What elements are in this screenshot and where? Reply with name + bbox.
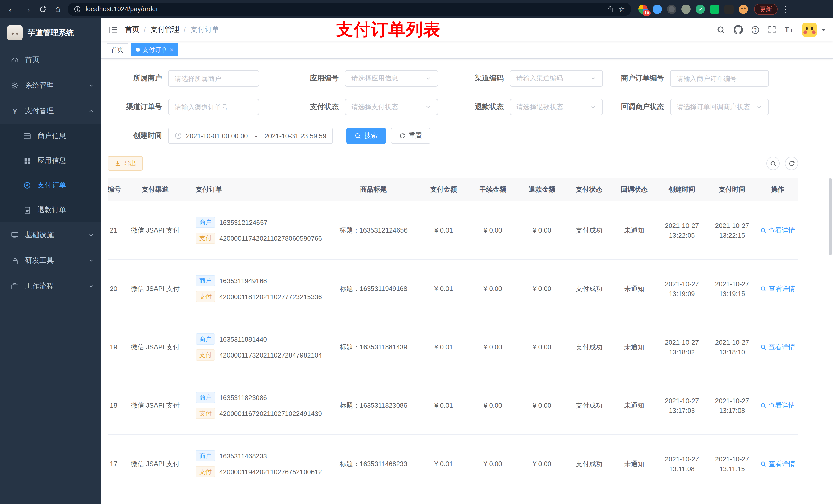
back-icon[interactable]: ←: [4, 2, 20, 16]
chevron-down-icon: [88, 283, 94, 289]
close-icon[interactable]: ×: [170, 46, 173, 53]
fullscreen-icon[interactable]: [768, 26, 776, 34]
sidebar-item-payment[interactable]: ¥ 支付管理: [0, 98, 101, 124]
channel-code-select[interactable]: 请输入渠道编码: [510, 70, 603, 87]
extension-icon[interactable]: [681, 5, 691, 14]
cell-pay-order: 商户1635311949168 支付4200001181202110277723…: [189, 259, 328, 318]
callback-status-select[interactable]: 请选择订单回调商户状态: [670, 99, 769, 115]
active-dot-icon: [136, 48, 140, 52]
cell-id: 19: [108, 318, 122, 376]
filter-label: 所属商户: [108, 74, 168, 83]
dashboard-icon: [10, 56, 20, 64]
table-row: 17 微信 JSAPI 支付 商户1635311468233 支付4200001…: [108, 435, 798, 493]
view-detail-link[interactable]: 查看详情: [760, 284, 795, 293]
app-select[interactable]: 请选择应用信息: [345, 70, 438, 87]
tab-pay-order[interactable]: 支付订单 ×: [131, 43, 178, 56]
breadcrumb-home[interactable]: 首页: [125, 25, 139, 34]
create-time-range-picker[interactable]: 2021-10-01 00:00:00 - 2021-10-31 23:59:5…: [168, 127, 333, 144]
font-size-icon[interactable]: TT: [784, 26, 794, 34]
view-detail-link[interactable]: 查看详情: [760, 225, 795, 235]
sidebar-item-label: 工作流程: [25, 282, 82, 291]
payment-submenu: 商户信息 应用信息 支付订单: [0, 124, 101, 222]
home-icon[interactable]: ⌂: [50, 2, 66, 16]
cell-channel: [122, 493, 189, 504]
forward-icon[interactable]: →: [20, 2, 35, 16]
table-header-row: 编号 支付渠道 支付订单 商品标题 支付金额 手续金额 退款金额 支付状态 回调…: [108, 178, 798, 201]
date-end: 2021-10-31 23:59:59: [265, 132, 326, 140]
browser-menu-icon[interactable]: ⋮: [782, 5, 789, 14]
pay-status-select[interactable]: 请选择支付状态: [345, 99, 438, 115]
view-detail-link[interactable]: 查看详情: [760, 459, 795, 469]
github-icon[interactable]: [734, 25, 743, 34]
cell-actions: 查看详情: [757, 435, 798, 493]
extension-icon[interactable]: [696, 5, 705, 14]
cell-refund: ¥ 0.00: [518, 201, 567, 259]
cell-pay-time: 2021-10-2713:19:15: [707, 259, 757, 318]
caret-down-icon[interactable]: [822, 28, 826, 31]
chevron-down-icon: [88, 258, 94, 264]
view-detail-link[interactable]: 查看详情: [760, 401, 795, 410]
tab-label: 首页: [111, 45, 123, 54]
sidebar-item-app-info[interactable]: 应用信息: [0, 148, 101, 173]
export-button[interactable]: 导出: [108, 156, 143, 171]
extensions-puzzle-icon[interactable]: [724, 5, 734, 14]
app-title: 芋道管理系统: [28, 28, 74, 38]
cell-fee: ¥ 0.00: [468, 259, 518, 318]
cell-notify: 未通知: [612, 376, 657, 435]
tab-home[interactable]: 首页: [106, 43, 128, 56]
refund-status-select[interactable]: 请选择退款状态: [510, 99, 603, 115]
sidebar-item-workflow[interactable]: 工作流程: [0, 273, 101, 299]
cell-actions: 查看详情: [757, 201, 798, 259]
sidebar-item-home[interactable]: 首页: [0, 47, 101, 73]
filter-label: 渠道编码: [438, 74, 510, 83]
breadcrumb-payment[interactable]: 支付管理: [139, 25, 179, 34]
toggle-search-icon[interactable]: [766, 157, 780, 170]
sidebar-item-infra[interactable]: 基础设施: [0, 222, 101, 248]
extension-icon[interactable]: [653, 5, 662, 14]
search-button[interactable]: 搜索: [346, 127, 386, 144]
merchant-tag: 商户: [196, 450, 215, 461]
share-icon[interactable]: [607, 6, 614, 13]
browser-update-button[interactable]: 更新: [754, 4, 778, 15]
sidebar-item-label: 退款订单: [38, 206, 94, 215]
question-icon[interactable]: ?: [751, 25, 760, 34]
lock-icon: [10, 257, 20, 265]
pay-tag: 支付: [196, 466, 215, 477]
table-row: 21 微信 JSAPI 支付 商户1635312124657 支付4200001…: [108, 201, 798, 259]
sidebar-item-system[interactable]: 系统管理: [0, 73, 101, 98]
refresh-icon[interactable]: [785, 157, 798, 170]
extension-icon[interactable]: 10: [638, 5, 647, 14]
reset-button[interactable]: 重置: [391, 127, 430, 144]
scrollbar-thumb[interactable]: [829, 178, 832, 255]
sidebar-item-pay-order[interactable]: 支付订单: [0, 173, 101, 198]
filter-label: 创建时间: [108, 131, 168, 140]
search-icon[interactable]: [717, 25, 725, 34]
address-bar[interactable]: localhost:1024/pay/order ☆: [68, 3, 631, 16]
cell-create-time: 2021-10-2713:18:02: [657, 318, 707, 376]
chevron-up-icon: [88, 108, 94, 114]
logo-image: [7, 25, 23, 41]
bookmark-star-icon[interactable]: ☆: [619, 5, 625, 13]
merchant-order-no-input[interactable]: [670, 70, 769, 87]
channel-order-no-input[interactable]: [168, 99, 259, 115]
extension-badge: 10: [643, 10, 651, 16]
extension-icon[interactable]: [667, 5, 676, 14]
merchant-input[interactable]: [168, 70, 259, 87]
extension-icon[interactable]: [710, 5, 719, 14]
cell-id: 21: [108, 201, 122, 259]
view-detail-link[interactable]: 查看详情: [760, 342, 795, 352]
sidebar-item-merchant-info[interactable]: 商户信息: [0, 124, 101, 148]
col-actions: 操作: [757, 178, 798, 201]
col-channel: 支付渠道: [122, 178, 189, 201]
user-avatar[interactable]: [802, 23, 817, 37]
cell-create-time: 2021-10-2713:11:08: [657, 435, 707, 493]
sidebar-item-dev-tools[interactable]: 研发工具: [0, 248, 101, 273]
cell-refund: ¥ 0.00: [518, 259, 567, 318]
site-info-icon[interactable]: [74, 6, 81, 13]
url-text[interactable]: localhost:1024/pay/order: [86, 6, 602, 13]
reload-icon[interactable]: [35, 2, 50, 16]
sidebar-item-label: 首页: [25, 55, 94, 65]
sidebar-toggle-icon[interactable]: [101, 25, 125, 34]
profile-avatar-icon[interactable]: [739, 5, 748, 14]
sidebar-item-refund-order[interactable]: 退款订单: [0, 198, 101, 222]
